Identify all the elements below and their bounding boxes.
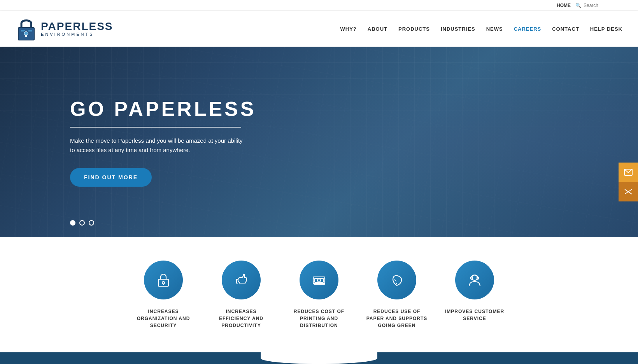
svg-point-16 xyxy=(317,279,321,282)
nav-why[interactable]: WHY? xyxy=(340,26,356,32)
feature-customer-icon xyxy=(455,261,494,299)
top-bar: HOME 🔍 xyxy=(0,0,638,11)
leaf-icon xyxy=(388,271,405,289)
footer-bar xyxy=(0,352,638,364)
thumbsup-icon xyxy=(233,271,250,289)
hero-dots xyxy=(70,220,94,226)
nav-careers[interactable]: CAREERS xyxy=(514,26,542,32)
nav-contact[interactable]: CONTACT xyxy=(552,26,579,32)
features-section: INCREASES ORGANIZATION AND SECURITY INCR… xyxy=(0,237,638,352)
logo-tagline: ENVIRONMENTS xyxy=(41,32,113,37)
nav-news[interactable]: NEWS xyxy=(486,26,503,32)
hero-section: GO PAPERLESS Make the move to Paperless … xyxy=(0,47,638,237)
footer-wave xyxy=(261,352,377,364)
hero-dot-1[interactable] xyxy=(70,220,75,226)
search-icon: 🔍 xyxy=(575,3,581,8)
feature-security-label: INCREASES ORGANIZATION AND SECURITY xyxy=(132,308,195,329)
lock-icon xyxy=(155,271,172,289)
feature-efficiency-label: INCREASES EFFICIENCY AND PRODUCTIVITY xyxy=(210,308,272,329)
feature-customer-label: IMPROVES CUSTOMER SERVICE xyxy=(443,308,506,322)
feature-cost: REDUCES COST OF PRINTING AND DISTRIBUTIO… xyxy=(280,261,358,329)
feature-customer: IMPROVES CUSTOMER SERVICE xyxy=(436,261,514,329)
main-nav: WHY? ABOUT PRODUCTS INDUSTRIES NEWS CARE… xyxy=(340,26,622,32)
feature-efficiency: INCREASES EFFICIENCY AND PRODUCTIVITY xyxy=(202,261,280,329)
logo-name: PAPERLESS xyxy=(41,21,113,32)
hero-title: GO PAPERLESS xyxy=(70,97,256,121)
tools-icon xyxy=(624,187,633,196)
feature-green-icon xyxy=(377,261,416,299)
feature-green: REDUCES USE OF PAPER AND SUPPORTS GOING … xyxy=(358,261,436,329)
svg-rect-3 xyxy=(25,35,27,37)
svg-rect-11 xyxy=(158,279,168,286)
find-out-more-button[interactable]: FIND OUT MORE xyxy=(70,168,152,187)
money-icon xyxy=(310,271,328,289)
email-float-button[interactable] xyxy=(619,163,638,182)
hero-content: GO PAPERLESS Make the move to Paperless … xyxy=(0,97,256,187)
feature-green-label: REDUCES USE OF PAPER AND SUPPORTS GOING … xyxy=(366,308,428,329)
feature-cost-icon xyxy=(300,261,338,299)
home-link[interactable]: HOME xyxy=(557,3,571,8)
nav-industries[interactable]: INDUSTRIES xyxy=(441,26,475,32)
logo-text: PAPERLESS ENVIRONMENTS xyxy=(41,21,113,37)
nav-about[interactable]: ABOUT xyxy=(368,26,387,32)
hero-divider xyxy=(70,127,241,128)
hero-subtitle: Make the move to Paperless and you will … xyxy=(70,136,245,155)
email-icon xyxy=(624,168,633,177)
header: PAPERLESS ENVIRONMENTS WHY? ABOUT PRODUC… xyxy=(0,11,638,47)
nav-helpdesk[interactable]: HELP DESK xyxy=(590,26,622,32)
tools-float-button[interactable] xyxy=(619,182,638,201)
nav-products[interactable]: PRODUCTS xyxy=(398,26,430,32)
svg-rect-21 xyxy=(314,283,325,284)
hero-dot-3[interactable] xyxy=(89,220,94,226)
feature-efficiency-icon xyxy=(222,261,261,299)
floating-buttons xyxy=(619,163,638,201)
search-input[interactable] xyxy=(584,3,630,8)
logo-icon xyxy=(16,16,37,42)
feature-security: INCREASES ORGANIZATION AND SECURITY xyxy=(124,261,202,329)
hero-dot-2[interactable] xyxy=(79,220,85,226)
feature-security-icon xyxy=(144,261,183,299)
logo[interactable]: PAPERLESS ENVIRONMENTS xyxy=(16,16,113,42)
person-icon xyxy=(466,271,483,289)
feature-cost-label: REDUCES COST OF PRINTING AND DISTRIBUTIO… xyxy=(288,308,350,329)
svg-point-12 xyxy=(162,282,165,284)
